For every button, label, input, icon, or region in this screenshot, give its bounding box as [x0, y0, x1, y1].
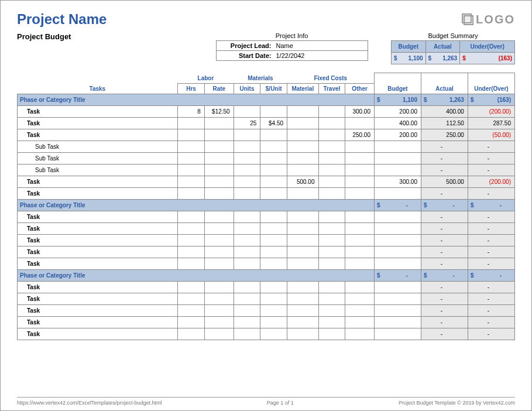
cell-material[interactable]	[287, 152, 318, 164]
cell-material[interactable]	[287, 246, 318, 258]
cell-hrs[interactable]	[178, 246, 205, 258]
cell-travel[interactable]	[318, 293, 345, 304]
cell-budget[interactable]	[374, 211, 421, 222]
cell-unit_cost[interactable]	[260, 258, 287, 269]
task-name-cell[interactable]: Task	[18, 246, 178, 258]
cell-other[interactable]	[345, 222, 375, 234]
cell-hrs[interactable]	[178, 176, 205, 187]
cell-other[interactable]	[345, 316, 375, 328]
cell-budget[interactable]	[374, 328, 421, 340]
cell-rate[interactable]	[204, 164, 234, 176]
cell-hrs[interactable]	[178, 117, 205, 129]
cell-hrs[interactable]	[178, 222, 205, 234]
cell-travel[interactable]	[318, 211, 345, 222]
cell-material[interactable]	[287, 187, 318, 199]
phase-row[interactable]: Phase or Category Title$-$-$-	[18, 269, 515, 281]
task-name-cell[interactable]: Task	[18, 176, 178, 187]
cell-unit_cost[interactable]	[260, 164, 287, 176]
cell-travel[interactable]	[318, 152, 345, 164]
cell-units[interactable]	[234, 211, 260, 222]
cell-rate[interactable]	[204, 258, 234, 269]
table-row[interactable]: Task--	[18, 222, 515, 234]
cell-travel[interactable]	[318, 141, 345, 152]
table-row[interactable]: Task--	[18, 316, 515, 328]
cell-other[interactable]	[345, 176, 375, 187]
cell-units[interactable]	[234, 187, 260, 199]
cell-budget[interactable]	[374, 141, 421, 152]
cell-unit_cost[interactable]	[260, 105, 287, 117]
cell-travel[interactable]	[318, 164, 345, 176]
cell-rate[interactable]	[204, 281, 234, 293]
table-row[interactable]: Task--	[18, 211, 515, 222]
cell-unit_cost[interactable]	[260, 281, 287, 293]
table-row[interactable]: Task--	[18, 281, 515, 293]
cell-other[interactable]	[345, 293, 375, 304]
cell-material[interactable]	[287, 117, 318, 129]
table-row[interactable]: Sub Task--	[18, 164, 515, 176]
cell-rate[interactable]	[204, 187, 234, 199]
cell-hrs[interactable]	[178, 328, 205, 340]
cell-rate[interactable]	[204, 117, 234, 129]
task-name-cell[interactable]: Task	[18, 293, 178, 304]
cell-rate[interactable]	[204, 222, 234, 234]
phase-row[interactable]: Phase or Category Title$1,100$1,263$(163…	[18, 94, 515, 105]
cell-material[interactable]: 500.00	[287, 176, 318, 187]
cell-other[interactable]	[345, 187, 375, 199]
cell-budget[interactable]: 200.00	[374, 105, 421, 117]
cell-budget[interactable]	[374, 187, 421, 199]
cell-travel[interactable]	[318, 258, 345, 269]
cell-material[interactable]	[287, 222, 318, 234]
cell-other[interactable]	[345, 258, 375, 269]
cell-unit_cost[interactable]: $4.50	[260, 117, 287, 129]
cell-material[interactable]	[287, 211, 318, 222]
table-row[interactable]: Task--	[18, 234, 515, 246]
task-name-cell[interactable]: Task	[18, 222, 178, 234]
cell-rate[interactable]	[204, 293, 234, 304]
cell-rate[interactable]	[204, 246, 234, 258]
cell-unit_cost[interactable]	[260, 234, 287, 246]
cell-other[interactable]	[345, 234, 375, 246]
cell-rate[interactable]	[204, 234, 234, 246]
cell-rate[interactable]	[204, 176, 234, 187]
cell-other[interactable]	[345, 328, 375, 340]
cell-unit_cost[interactable]	[260, 187, 287, 199]
cell-hrs[interactable]	[178, 234, 205, 246]
cell-travel[interactable]	[318, 187, 345, 199]
cell-material[interactable]	[287, 141, 318, 152]
cell-units[interactable]	[234, 293, 260, 304]
cell-hrs[interactable]: 8	[178, 105, 205, 117]
cell-unit_cost[interactable]	[260, 316, 287, 328]
cell-budget[interactable]: 400.00	[374, 117, 421, 129]
cell-budget[interactable]	[374, 258, 421, 269]
cell-other[interactable]	[345, 281, 375, 293]
cell-travel[interactable]	[318, 328, 345, 340]
cell-rate[interactable]: $12.50	[204, 105, 234, 117]
cell-units[interactable]	[234, 141, 260, 152]
cell-travel[interactable]	[318, 129, 345, 141]
cell-rate[interactable]	[204, 304, 234, 316]
cell-units[interactable]	[234, 222, 260, 234]
cell-unit_cost[interactable]	[260, 222, 287, 234]
cell-other[interactable]	[345, 117, 375, 129]
task-name-cell[interactable]: Task	[18, 129, 178, 141]
cell-material[interactable]	[287, 304, 318, 316]
cell-budget[interactable]	[374, 234, 421, 246]
cell-hrs[interactable]	[178, 258, 205, 269]
cell-material[interactable]	[287, 234, 318, 246]
cell-hrs[interactable]	[178, 281, 205, 293]
table-row[interactable]: Task--	[18, 293, 515, 304]
cell-rate[interactable]	[204, 152, 234, 164]
cell-units[interactable]	[234, 152, 260, 164]
cell-other[interactable]	[345, 164, 375, 176]
cell-other[interactable]: 300.00	[345, 105, 375, 117]
start-date-value[interactable]: 1/22/2042	[274, 52, 305, 59]
table-row[interactable]: Task--	[18, 246, 515, 258]
cell-material[interactable]	[287, 316, 318, 328]
cell-other[interactable]	[345, 304, 375, 316]
cell-unit_cost[interactable]	[260, 176, 287, 187]
cell-material[interactable]	[287, 129, 318, 141]
table-row[interactable]: Task--	[18, 187, 515, 199]
task-name-cell[interactable]: Task	[18, 328, 178, 340]
cell-units[interactable]	[234, 281, 260, 293]
cell-units[interactable]	[234, 105, 260, 117]
